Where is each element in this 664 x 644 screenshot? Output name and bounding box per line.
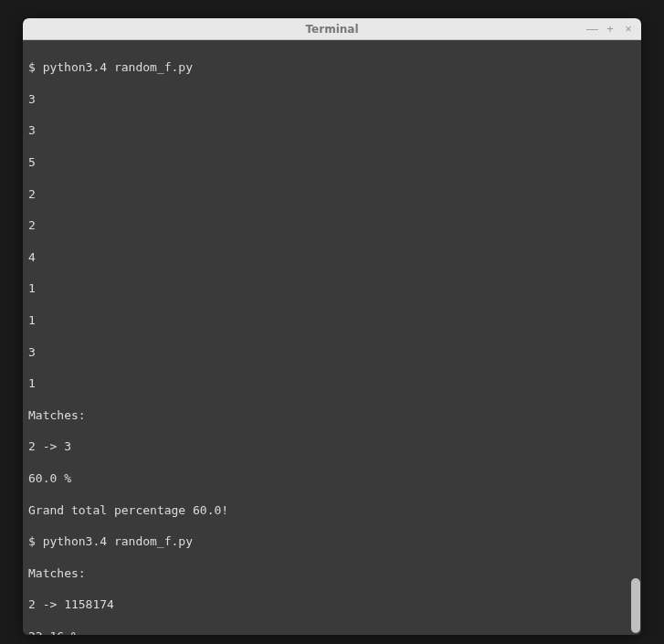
output-line: 2 [28, 217, 636, 233]
terminal-content: $python3.4 random_f.py 3 3 5 2 2 4 1 1 3… [28, 44, 636, 635]
prompt-line-1: $python3.4 random_f.py [28, 59, 636, 75]
minimize-button[interactable]: — [586, 23, 597, 35]
match-line: 2 -> 1158174 [28, 596, 636, 612]
output-line: 3 [28, 91, 636, 107]
output-line: 4 [28, 249, 636, 265]
prompt-symbol: $ [28, 59, 36, 75]
titlebar[interactable]: Terminal — + × [23, 18, 641, 40]
output-line: 2 [28, 186, 636, 202]
output-line: 1 [28, 312, 636, 328]
output-line: 5 [28, 154, 636, 170]
output-line: 1 [28, 375, 636, 391]
window-title: Terminal [305, 23, 358, 36]
scrollbar-thumb[interactable] [631, 578, 640, 633]
command-2: python3.4 random_f.py [43, 533, 193, 549]
grand-total: Grand total percentage 60.0! [28, 502, 636, 518]
matches-header: Matches: [28, 565, 636, 581]
percent-line: 23.16 % [28, 628, 636, 635]
window-controls: — + × [586, 18, 634, 39]
terminal-body[interactable]: $python3.4 random_f.py 3 3 5 2 2 4 1 1 3… [23, 40, 641, 635]
terminal-window: Terminal — + × $python3.4 random_f.py 3 … [23, 18, 641, 635]
output-line: 3 [28, 122, 636, 138]
matches-header: Matches: [28, 407, 636, 423]
prompt-line-2: $python3.4 random_f.py [28, 533, 636, 549]
output-line: 3 [28, 344, 636, 360]
prompt-symbol: $ [28, 533, 36, 549]
maximize-button[interactable]: + [605, 23, 616, 35]
percent-line: 60.0 % [28, 470, 636, 486]
output-line: 1 [28, 280, 636, 296]
match-line: 2 -> 3 [28, 438, 636, 454]
command-1: python3.4 random_f.py [43, 59, 193, 75]
close-button[interactable]: × [623, 23, 634, 35]
